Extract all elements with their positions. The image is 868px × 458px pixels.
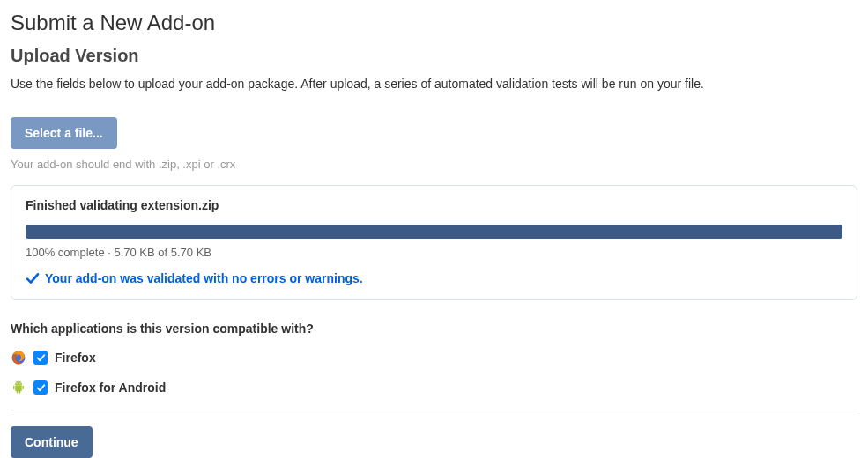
- svg-rect-3: [15, 385, 22, 391]
- firefox-checkbox[interactable]: [33, 351, 48, 365]
- compat-row-firefox-android: Firefox for Android: [11, 380, 857, 395]
- page-title: Submit a New Add-on: [11, 11, 857, 35]
- svg-point-2: [19, 383, 20, 384]
- svg-rect-6: [17, 391, 19, 394]
- svg-point-1: [17, 383, 18, 384]
- firefox-label: Firefox: [55, 351, 96, 365]
- firefox-android-checkbox[interactable]: [33, 380, 48, 395]
- compat-row-firefox: Firefox: [11, 350, 857, 366]
- select-file-button[interactable]: Select a file...: [11, 117, 117, 149]
- validation-box: Finished validating extension.zip 100% c…: [11, 185, 857, 300]
- svg-rect-4: [13, 386, 15, 390]
- continue-button[interactable]: Continue: [11, 426, 93, 458]
- validation-title: Finished validating extension.zip: [26, 198, 842, 212]
- svg-rect-7: [19, 391, 21, 394]
- android-icon: [11, 380, 26, 395]
- upload-description: Use the fields below to upload your add-…: [11, 77, 857, 91]
- progress-text: 100% complete · 5.70 KB of 5.70 KB: [26, 246, 842, 259]
- firefox-icon: [11, 350, 26, 366]
- compatibility-title: Which applications is this version compa…: [11, 321, 857, 336]
- section-title: Upload Version: [11, 46, 857, 66]
- divider: [11, 410, 857, 410]
- progress-bar: [26, 225, 842, 239]
- validation-result: Your add-on was validated with no errors…: [26, 271, 842, 285]
- validation-result-text: Your add-on was validated with no errors…: [45, 271, 363, 285]
- check-icon: [26, 271, 40, 285]
- firefox-android-label: Firefox for Android: [55, 380, 166, 395]
- svg-rect-5: [23, 386, 25, 390]
- file-extension-hint: Your add-on should end with .zip, .xpi o…: [11, 158, 857, 171]
